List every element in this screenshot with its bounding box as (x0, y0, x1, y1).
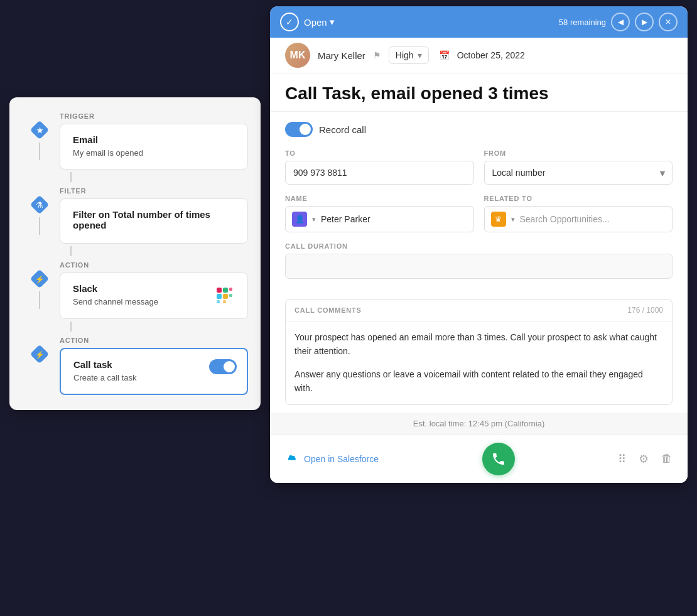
filter-card[interactable]: Filter on Total number of times opened (60, 198, 248, 244)
remaining-count: 58 remaining (559, 18, 606, 27)
top-bar-right: 58 remaining ◀ ▶ ✕ (559, 13, 678, 31)
svg-rect-11 (217, 300, 220, 303)
duration-input[interactable] (285, 254, 673, 279)
person-icon: 👤 (292, 212, 307, 227)
svg-rect-10 (229, 288, 232, 291)
action2-label: ACTION (60, 334, 248, 345)
trigger-card[interactable]: Email My email is opened (60, 124, 248, 170)
name-chevron-icon: ▾ (312, 215, 316, 224)
connector-6 (70, 322, 72, 332)
user-name: Mary Keller (318, 50, 365, 61)
action2-card[interactable]: Call task Create a call task (60, 348, 248, 395)
connector-2 (70, 172, 72, 182)
comments-text[interactable]: Your prospect has opened an email more t… (286, 322, 672, 404)
salesforce-button[interactable]: Open in Salesforce (285, 452, 379, 466)
action2-header: Call task Create a call task (73, 359, 237, 384)
from-label: FROM (484, 149, 673, 157)
slack-logo-icon (212, 283, 237, 308)
bottom-right-icons: ⠿ ⚙ 🗑 (618, 452, 673, 466)
record-call-toggle[interactable] (285, 122, 313, 137)
duration-label: CALL DURATION (285, 242, 673, 250)
call-button[interactable] (482, 443, 515, 475)
priority-select[interactable]: High ▾ (389, 46, 429, 64)
comments-header: CALL COMMENTS 176 / 1000 (286, 300, 672, 322)
trigger-icon-col: ★ (28, 119, 51, 160)
related-placeholder: Search Opportunities... (520, 214, 666, 224)
action2-diamond-icon: ⚡ (28, 343, 51, 365)
name-label: NAME (285, 195, 474, 202)
top-bar-left: ✓ Open ▾ (280, 13, 335, 31)
priority-chevron-icon: ▾ (418, 50, 422, 60)
status-label: Open (304, 17, 327, 28)
action1-label: ACTION (60, 259, 248, 270)
connector-4 (70, 246, 72, 256)
trigger-diamond-icon: ★ (28, 119, 51, 141)
svg-rect-8 (223, 288, 228, 293)
record-call-row: Record call (285, 122, 673, 137)
to-group: TO (285, 149, 474, 185)
to-input[interactable] (285, 161, 474, 185)
action2-step: ⚡ ACTION Call task Create a call task (60, 334, 248, 395)
trigger-title: Email (73, 134, 237, 145)
svg-text:★: ★ (36, 126, 43, 134)
action1-subtitle: Send channel message (73, 296, 158, 308)
name-group: NAME 👤 ▾ Peter Parker (285, 195, 474, 232)
trash-icon[interactable]: 🗑 (661, 452, 673, 465)
trigger-label: TRIGGER (60, 110, 248, 121)
action1-header: Slack Send channel message (73, 283, 237, 308)
filter-label: FILTER (60, 185, 248, 196)
comments-area: CALL COMMENTS 176 / 1000 Your prospect h… (285, 299, 673, 405)
from-select[interactable]: Local number (484, 161, 673, 185)
top-bar: ✓ Open ▾ 58 remaining ◀ ▶ ✕ (270, 6, 688, 38)
to-label: TO (285, 149, 474, 157)
filter-diamond-icon: ⚗ (28, 193, 51, 216)
action1-diamond-icon: ⚡ (28, 267, 51, 290)
action2-title: Call task (73, 359, 136, 370)
action1-icon-col: ⚡ (28, 267, 51, 309)
bottom-bar: Open in Salesforce ⠿ ⚙ 🗑 (270, 435, 688, 483)
action1-text: Slack Send channel message (73, 283, 158, 308)
comments-count: 176 / 1000 (627, 306, 663, 315)
svg-text:⚡: ⚡ (35, 350, 45, 359)
calendar-icon: 📅 (439, 50, 450, 60)
action1-step: ⚡ ACTION Slack Send channel message (60, 259, 248, 319)
next-button[interactable]: ▶ (635, 13, 654, 31)
prev-button[interactable]: ◀ (611, 13, 630, 31)
connector-line-1 (39, 143, 40, 160)
phone-icon (491, 451, 506, 467)
name-input-wrapper[interactable]: 👤 ▾ Peter Parker (285, 206, 474, 232)
trigger-step: ★ TRIGGER Email My email is opened (60, 110, 248, 170)
call-task-toggle[interactable] (209, 359, 237, 374)
svg-text:⚡: ⚡ (35, 275, 45, 284)
filter-title: Filter on Total number of times opened (73, 209, 237, 230)
settings-icon[interactable]: ⚙ (639, 452, 649, 466)
workflow-panel: ★ TRIGGER Email My email is opened ⚗ (9, 97, 261, 410)
open-dropdown[interactable]: Open ▾ (304, 16, 335, 28)
svg-rect-6 (217, 288, 222, 293)
est-time: Est. local time: 12:45 pm (California) (270, 413, 688, 435)
name-related-row: NAME 👤 ▾ Peter Parker RELATED TO ♛ ▾ Sea… (285, 195, 673, 232)
svg-rect-7 (217, 294, 222, 299)
keypad-icon[interactable]: ⠿ (618, 452, 626, 466)
task-title: Call Task, email opened 3 times (270, 73, 688, 112)
svg-rect-12 (229, 294, 232, 297)
crown-icon: ♛ (491, 212, 506, 227)
avatar: MK (285, 43, 310, 68)
form-area: Record call TO FROM Local number ▾ NAM (270, 112, 688, 299)
related-input-wrapper[interactable]: ♛ ▾ Search Opportunities... (484, 206, 673, 232)
from-select-wrapper: Local number ▾ (484, 161, 673, 185)
action1-title: Slack (73, 283, 158, 294)
filter-icon-col: ⚗ (28, 193, 51, 235)
action2-text: Call task Create a call task (73, 359, 136, 384)
due-date: October 25, 2022 (457, 50, 525, 60)
action1-card[interactable]: Slack Send channel message (60, 273, 248, 319)
svg-text:⚗: ⚗ (36, 201, 43, 210)
call-task-panel: ✓ Open ▾ 58 remaining ◀ ▶ ✕ MK Mary Kell… (270, 6, 688, 483)
related-group: RELATED TO ♛ ▾ Search Opportunities... (484, 195, 673, 232)
svg-rect-9 (223, 294, 228, 299)
from-group: FROM Local number ▾ (484, 149, 673, 185)
connector-line-5 (39, 291, 40, 309)
connector-line-3 (39, 217, 40, 235)
salesforce-icon (285, 452, 299, 466)
close-button[interactable]: ✕ (659, 13, 678, 31)
